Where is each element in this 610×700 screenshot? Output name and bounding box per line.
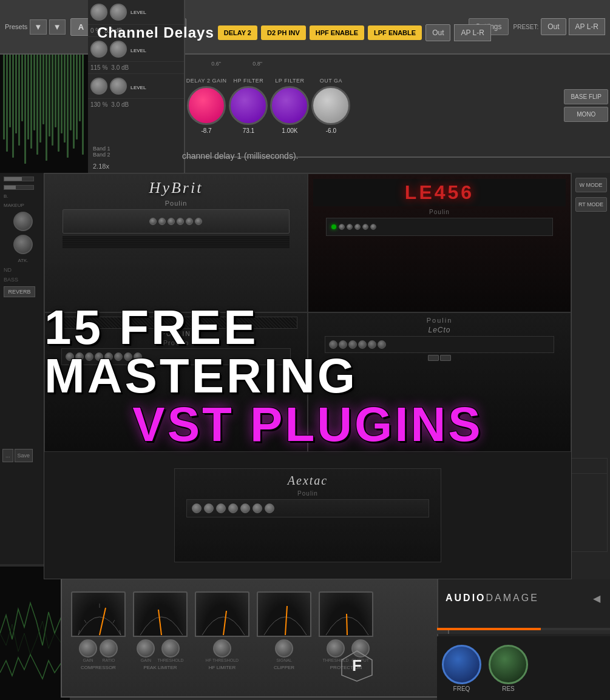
res-knob[interactable]: [489, 645, 528, 684]
btn-delay2[interactable]: DELAY 2: [218, 25, 257, 40]
peak-knob-gain: GAIN: [137, 639, 155, 662]
amp-p-knob-3[interactable]: [85, 352, 93, 361]
meter-knob-2a[interactable]: [90, 41, 107, 58]
clip-label: CLIPPER: [274, 665, 294, 670]
amp-p-knob-5[interactable]: [104, 352, 113, 361]
w-mode-btn[interactable]: W MODE: [575, 178, 607, 192]
presets-dropdown[interactable]: ▼: [30, 19, 46, 35]
hf-threshold-knob[interactable]: [213, 639, 231, 658]
strip-knob-1[interactable]: [13, 212, 33, 231]
meter-knob-2b[interactable]: [110, 41, 127, 58]
svg-rect-5: [15, 42, 17, 133]
btn-d2ph[interactable]: D2 PH INV: [261, 25, 306, 40]
base-flip-btn[interactable]: BASE FLIP: [564, 89, 608, 104]
amp-knob-tiny-5[interactable]: [186, 218, 193, 225]
hp-filter-label: HP FILTER: [234, 78, 264, 84]
reverb-btn[interactable]: REVERB: [4, 286, 35, 297]
level-label-1: LEVEL: [130, 10, 146, 15]
amp-l-knob-6[interactable]: [378, 340, 386, 349]
band1-label: Band 1: [93, 146, 110, 152]
amp-p-knob-1[interactable]: [66, 352, 74, 361]
svg-line-44: [347, 614, 347, 635]
amp-p-knob-8[interactable]: [134, 352, 142, 361]
btn-lpf[interactable]: LPF ENABLE: [368, 25, 422, 40]
channel-delay-desc-text: channel delay 1 (milliseconds).: [182, 151, 298, 161]
amp-aextac-brand: Poulin: [297, 490, 318, 497]
knob-delay2-gain[interactable]: [187, 86, 226, 125]
strip-bar-fill-1: [4, 177, 22, 181]
amp-l-knob-3[interactable]: [348, 340, 357, 349]
comp-ratio-knob[interactable]: [100, 639, 118, 658]
strip-knob-2[interactable]: [13, 235, 33, 254]
strip-bar-2: [4, 185, 34, 190]
amp-knob-tiny-3[interactable]: [168, 218, 175, 225]
save-btn[interactable]: Save: [15, 449, 33, 462]
amp-knob-tiny-6[interactable]: [195, 218, 202, 225]
audiodamage-toggle[interactable]: ◀: [591, 592, 603, 604]
amp-a-knob-7[interactable]: [265, 503, 274, 513]
peak-threshold-knob[interactable]: [161, 639, 180, 658]
amp-a-knob-1[interactable]: [192, 503, 202, 513]
strip-label-make: MAKEUP: [4, 203, 42, 208]
clip-signal-knob[interactable]: [275, 639, 293, 658]
amp-knob-le-3[interactable]: [354, 224, 361, 230]
amp-knob-le-5[interactable]: [370, 224, 376, 230]
amp-p-knob-7[interactable]: [124, 352, 132, 361]
clip-knobs: SIGNAL: [275, 639, 293, 662]
btn-hpf[interactable]: HPF ENABLE: [310, 25, 364, 40]
amp-p-knob-4[interactable]: [95, 352, 103, 361]
amp-knob-le-4[interactable]: [362, 224, 368, 230]
knob-hp-filter[interactable]: [229, 86, 268, 125]
svg-line-40: [100, 608, 106, 635]
meter-knob-3b[interactable]: [110, 78, 127, 95]
meter-knob-1a[interactable]: [90, 4, 107, 21]
amp-le456-face: LE456: [313, 179, 566, 206]
amp-aextac-controls: [186, 499, 430, 517]
channel-dropdown[interactable]: ▼: [49, 19, 66, 35]
preset-text: PRESET:: [513, 24, 539, 30]
knob-outgain[interactable]: [311, 86, 350, 125]
meter-knob-3a[interactable]: [90, 78, 107, 95]
amp-p-knob-2[interactable]: [75, 352, 84, 361]
peak-gain-knob[interactable]: [137, 639, 155, 658]
save-load-area: ... Save: [0, 446, 47, 465]
mono-btn[interactable]: MONO: [564, 107, 608, 122]
amp-a-knob-2[interactable]: [204, 503, 214, 513]
freq-knob[interactable]: [442, 645, 481, 684]
amp-lecto-brand: Poulin: [427, 317, 453, 324]
amp-l-knob-4[interactable]: [358, 340, 367, 349]
rt-mode-btn[interactable]: RT MODE: [575, 197, 607, 212]
amp-l-btn-1[interactable]: [428, 355, 439, 361]
amp-p-knob-6[interactable]: [114, 352, 123, 361]
amp-a-knob-6[interactable]: [252, 503, 262, 513]
amp-a-knob-4[interactable]: [228, 503, 238, 513]
outgain-value: -6.0: [326, 127, 336, 134]
knob-lp-filter[interactable]: [270, 86, 309, 125]
btn-swap[interactable]: AP L-R: [569, 18, 605, 35]
btn-out-cd[interactable]: Out: [425, 24, 450, 41]
amp-knob-tiny-4[interactable]: [177, 218, 184, 225]
comp-gain-knob[interactable]: [79, 639, 97, 658]
btn-out[interactable]: Out: [541, 18, 566, 35]
load-btn[interactable]: ...: [2, 449, 13, 462]
amp-l-knob-1[interactable]: [329, 340, 337, 349]
amp-knob-le-1[interactable]: [339, 224, 345, 230]
amp-l-btn-2[interactable]: [440, 355, 451, 361]
meter-knob-1b[interactable]: [110, 4, 127, 21]
strip-bar-fill-2: [4, 186, 16, 189]
amp-knob-le-2[interactable]: [347, 224, 353, 230]
amp-lecto-content: Poulin LeCto: [308, 313, 571, 451]
amp-a-knob-5[interactable]: [240, 503, 250, 513]
channel-delays-title: Channel Delays: [97, 24, 214, 41]
strip-controls: B. MAKEUP ATK. ND BASS REVERB: [0, 173, 46, 301]
amp-a-knob-3[interactable]: [216, 503, 226, 513]
amp-l-knob-5[interactable]: [368, 340, 376, 349]
amp-knob-tiny-2[interactable]: [158, 218, 166, 225]
meter-values-2: 115 % 3.0 dB: [88, 62, 184, 74]
amp-knob-tiny-1[interactable]: [149, 218, 157, 225]
amp-l-knob-2[interactable]: [339, 340, 347, 349]
btn-swap-cd[interactable]: AP L-R: [454, 24, 490, 41]
amp-aextac-knobs: [192, 503, 274, 513]
band-labels: Band 1 Band 2: [93, 146, 110, 158]
meter-row-3: LEVEL: [88, 74, 184, 99]
